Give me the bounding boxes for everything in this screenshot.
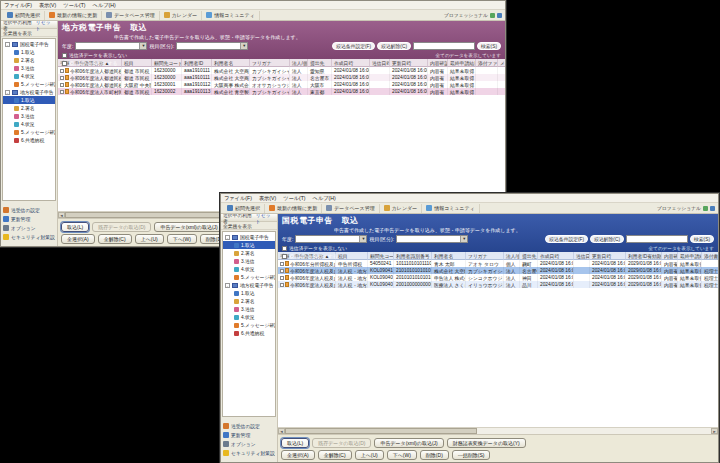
tree-item[interactable]: 6.共通納税 [3, 136, 55, 144]
calendar-button[interactable]: カレンダー [160, 11, 202, 20]
tree-item[interactable]: 1.取込 [223, 241, 275, 249]
tree-group[interactable]: -国税電子申告 [223, 233, 275, 241]
tree-item[interactable]: 6.共通納税 [223, 329, 275, 337]
collapse-icon[interactable]: - [225, 283, 230, 288]
tree-item[interactable]: 2.署名 [223, 297, 275, 305]
filter-enable-checkbox[interactable] [62, 61, 67, 66]
filter-clear-button[interactable]: 絞込解除(C) [590, 235, 624, 243]
collapse-icon[interactable]: - [225, 235, 230, 240]
table-row[interactable]: 令和06年度法人都道民税・事業税 確定都道 市民税16230000aaa1910… [58, 74, 505, 81]
footer-button[interactable]: 上へ(U) [355, 450, 384, 460]
menu-item-2[interactable]: 表示(V) [39, 2, 56, 9]
tree-item[interactable]: 5.メッセージ確認・納付 [3, 80, 55, 88]
year-select[interactable]: ▼ [75, 42, 147, 50]
options[interactable]: オプション [3, 225, 55, 231]
tax-category-select[interactable]: ▼ [176, 42, 248, 50]
row-checkbox[interactable] [280, 269, 284, 273]
footer-button[interactable]: 財務諸表変換データの取込(Y) [447, 438, 526, 448]
tree-group[interactable]: -国税電子申告 [3, 40, 55, 48]
scrollbar-track[interactable] [285, 428, 711, 434]
row-checkbox[interactable] [60, 83, 64, 87]
menu-item-4[interactable]: ヘルプ(H) [313, 195, 336, 202]
tree-item[interactable]: 2.署名 [223, 249, 275, 257]
menu-item-4[interactable]: ヘルプ(H) [93, 2, 116, 9]
row-checkbox[interactable] [280, 276, 284, 280]
search-input[interactable] [413, 42, 475, 50]
show-all-tasks[interactable]: 全業務を表示 [1, 29, 57, 37]
refresh-button[interactable]: 最新の情報に更新 [265, 204, 322, 213]
footer-button[interactable]: 全解除(C) [318, 450, 352, 460]
help-icon[interactable] [710, 206, 715, 211]
update-management[interactable]: 更新管理 [3, 216, 55, 222]
table-row[interactable]: 令和06年度法人税及び地方法人税申告法人税・地方法人税KOL0904020101… [278, 274, 718, 281]
database-button[interactable]: データベース管理 [102, 11, 159, 20]
footer-button[interactable]: 全選択(A) [281, 450, 315, 460]
tree-item[interactable]: 3.送信 [3, 64, 55, 72]
row-checkbox[interactable] [60, 69, 64, 73]
tree-item[interactable]: 4.状況 [223, 313, 275, 321]
footer-button[interactable]: 既存データの取込(D) [92, 222, 151, 232]
menu-item-1[interactable]: ファイル(F) [4, 2, 32, 9]
footer-button[interactable]: 上へ(U) [135, 234, 164, 244]
tree-item[interactable]: 4.状況 [223, 265, 275, 273]
collapse-icon[interactable]: - [5, 90, 10, 95]
table-row[interactable]: 令和06年度法人市町村民税 確定申告都道 市民税16230002aaa19101… [58, 88, 505, 95]
search-input[interactable] [626, 235, 688, 243]
community-button[interactable]: 情報コミュニティ [422, 204, 480, 213]
hide-sent-checkbox[interactable] [62, 53, 67, 58]
tree-group[interactable]: -地方税電子申告 [3, 88, 55, 96]
security-settings[interactable]: セキュリティ対策設定 [223, 450, 275, 456]
database-button[interactable]: データベース管理 [322, 204, 379, 213]
footer-button[interactable]: 削除(D) [420, 450, 449, 460]
tree-item[interactable]: 4.状況 [3, 72, 55, 80]
menu-item-2[interactable]: 表示(V) [259, 195, 276, 202]
help-icon[interactable] [497, 13, 502, 18]
menu-item-1[interactable]: ファイル(F) [224, 195, 252, 202]
search-button[interactable]: 検索(S) [477, 42, 501, 50]
horizontal-scrollbar[interactable]: ◄ ► [278, 427, 718, 434]
scrollbar-thumb[interactable] [285, 428, 477, 434]
client-select-button[interactable]: 顧問先選択 [3, 11, 45, 20]
row-checkbox[interactable] [60, 76, 64, 80]
tree-item[interactable]: 2.署名 [3, 104, 55, 112]
tree-item[interactable]: 5.メッセージ確認 [3, 128, 55, 136]
hide-sent-checkbox[interactable] [282, 246, 287, 251]
client-select-button[interactable]: 顧問先選択 [223, 204, 265, 213]
collapse-icon[interactable]: - [5, 42, 10, 47]
tree-item[interactable]: 3.送信 [223, 305, 275, 313]
row-checkbox[interactable] [280, 283, 284, 287]
footer-button[interactable]: 申告データ(xml)の取込(J) [374, 438, 443, 448]
update-management[interactable]: 更新管理 [223, 432, 275, 438]
tree-item[interactable]: 1.取込 [223, 289, 275, 297]
community-button[interactable]: 情報コミュニティ [202, 11, 260, 20]
footer-button[interactable]: 既存データの取込(D) [312, 438, 371, 448]
table-row[interactable]: 令和06年度法人税及び地方法人税申告法人税・地方法人税KOL0904020010… [278, 281, 718, 288]
tree-item[interactable]: 5.メッセージ確認 [223, 321, 275, 329]
send-receive-settings[interactable]: 送受信の設定 [223, 423, 275, 429]
footer-button[interactable]: 申告データ(xml)の取込(J) [154, 222, 223, 232]
tree-item[interactable]: 4.状況 [3, 120, 55, 128]
footer-button[interactable]: 全選択(A) [61, 234, 95, 244]
row-checkbox[interactable] [60, 90, 64, 94]
footer-button[interactable]: 取込(L) [281, 438, 309, 448]
tax-category-select[interactable]: ▼ [396, 235, 468, 243]
filter-settings-button[interactable]: 絞込条件設定(F) [545, 235, 588, 243]
footer-button[interactable]: 一括削除(S) [452, 450, 491, 460]
filter-enable-checkbox[interactable] [282, 254, 287, 259]
filter-settings-button[interactable]: 絞込条件設定(F) [332, 42, 375, 50]
year-select[interactable]: ▼ [295, 235, 367, 243]
filter-clear-button[interactable]: 絞込解除(C) [377, 42, 411, 50]
row-checkbox[interactable] [280, 262, 284, 266]
security-settings[interactable]: セキュリティ対策設定 [3, 234, 55, 240]
footer-button[interactable]: 全解除(C) [98, 234, 132, 244]
send-receive-settings[interactable]: 送受信の設定 [3, 207, 55, 213]
tree-item[interactable]: 5.メッセージ確認・納付 [223, 273, 275, 281]
menu-item-3[interactable]: ツール(T) [63, 2, 85, 9]
tree-item[interactable]: 3.送信 [223, 257, 275, 265]
table-row[interactable]: 令和06年度法人税及び地方法人税申告法人税・地方法人税KOL0904121010… [278, 267, 718, 274]
tree-item[interactable]: 3.送信 [3, 112, 55, 120]
tree-item[interactable]: 1.取込 [3, 96, 55, 104]
tree-group[interactable]: -地方税電子申告 [223, 281, 275, 289]
tree-item[interactable]: 1.取込 [3, 48, 55, 56]
table-row[interactable]: 令和06年分所得税及び復興特別所得税申告申告所得税540502411011101… [278, 260, 718, 267]
